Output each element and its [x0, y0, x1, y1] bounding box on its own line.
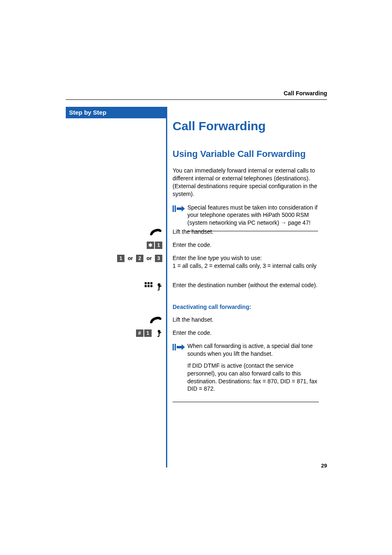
- svg-rect-2: [145, 282, 147, 284]
- key-1: 1: [117, 255, 125, 262]
- or-label: or: [128, 255, 133, 261]
- step-lift-handset: Lift the handset.: [66, 228, 319, 237]
- key-2: 2: [136, 255, 143, 262]
- note2-p2: If DID DTMF is active (contact the servi…: [187, 362, 319, 393]
- step-enter-code-star1: ✱1 Enter the code.: [66, 241, 319, 250]
- step-text: Enter the code.: [173, 329, 319, 337]
- key-hash: #: [136, 329, 143, 337]
- step-text: Enter the code.: [173, 241, 319, 249]
- deactivating-heading: Deactivating call forwarding:: [173, 304, 319, 310]
- svg-rect-1: [175, 205, 176, 212]
- note2-p1: When call forwarding is active, a specia…: [187, 342, 319, 358]
- note-arrow-icon: [173, 205, 185, 212]
- note-page-ref[interactable]: page 47!: [288, 219, 311, 226]
- step-text: Enter the destination number (without th…: [173, 281, 319, 289]
- step-text: Lift the handset.: [173, 228, 319, 236]
- svg-rect-4: [150, 282, 152, 284]
- svg-rect-3: [148, 282, 150, 284]
- step-destination-number: Enter the destination number (without th…: [66, 281, 319, 298]
- svg-rect-0: [173, 205, 174, 212]
- section-subtitle: Using Variable Call Forwarding: [173, 149, 320, 159]
- step-text: Enter the line type you wish to use: 1 =…: [173, 254, 319, 270]
- page-number: 29: [321, 463, 327, 469]
- key-1: 1: [144, 329, 152, 337]
- handset-icon: [66, 228, 163, 236]
- or-label: or: [147, 255, 152, 261]
- sidebar-step-by-step: Step by Step: [66, 107, 167, 118]
- intro-paragraph: You can immediately forward internal or …: [173, 167, 320, 198]
- keys-hash-1-note: #1: [66, 329, 163, 337]
- key-star: ✱: [147, 242, 154, 249]
- key-1: 1: [155, 242, 162, 249]
- step2-lift-handset: Lift the handset.: [66, 316, 319, 325]
- svg-rect-11: [175, 344, 176, 350]
- page-title: Call Forwarding: [173, 119, 320, 133]
- running-header: Call Forwarding: [284, 90, 327, 97]
- svg-rect-5: [145, 285, 147, 287]
- step-text: Lift the handset.: [173, 316, 319, 324]
- note-dial-tone-did: When call forwarding is active, a specia…: [173, 342, 319, 402]
- keypad-note-icon: [66, 281, 163, 290]
- keys-1-or-2-or-3: 1 or 2 or 3: [66, 254, 163, 262]
- keys-star-1: ✱1: [66, 241, 163, 249]
- arrow-icon: →: [281, 219, 286, 226]
- key-3: 3: [155, 255, 162, 262]
- svg-rect-7: [150, 285, 152, 287]
- step-line-type: 1 or 2 or 3 Enter the line type you wish…: [66, 254, 319, 277]
- handset-icon: [66, 316, 163, 324]
- note-special-features: Special features must be taken into cons…: [187, 204, 318, 232]
- svg-rect-6: [148, 285, 150, 287]
- step2-enter-code-hash1: #1 Enter the code.: [66, 329, 319, 338]
- note-arrow-icon: [173, 343, 185, 351]
- svg-rect-10: [173, 344, 174, 350]
